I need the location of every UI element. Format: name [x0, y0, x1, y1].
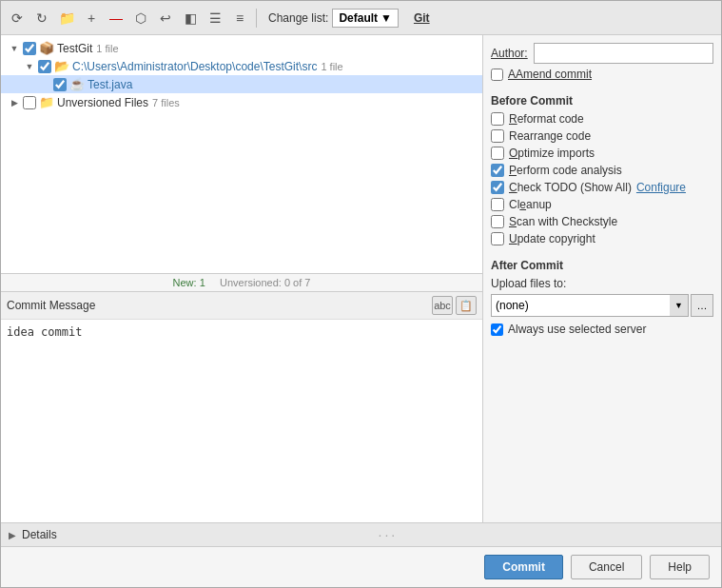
- cleanup-row: Cleanup: [491, 198, 713, 211]
- drag-handle: ···: [63, 527, 713, 542]
- amend-checkbox[interactable]: [491, 69, 503, 81]
- status-bar: New: 1 Unversioned: 0 of 7: [1, 274, 482, 292]
- author-row: Author:: [491, 43, 713, 64]
- repo-icon: 📦: [39, 41, 54, 55]
- reformat-checkbox[interactable]: [491, 112, 504, 126]
- rearrange-label: Rearrange code: [509, 129, 591, 143]
- always-use-row: Always use selected server: [491, 323, 713, 336]
- git-label: Git: [414, 11, 430, 25]
- commit-message-area: Commit Message abc 📋 idea commit: [1, 292, 482, 522]
- update-icon[interactable]: ↻: [31, 8, 52, 29]
- author-label: Author:: [491, 47, 528, 60]
- refresh-icon[interactable]: ⟳: [7, 8, 28, 29]
- commit-message-icons: abc 📋: [432, 296, 477, 315]
- dropdown-arrow-icon: ▼: [381, 11, 392, 25]
- commit-button[interactable]: Commit: [484, 555, 563, 579]
- main-content: ▼ 📦 TestGit 1 file ▼ 📂 C:\Users\Administ…: [1, 35, 721, 522]
- tree-item-src[interactable]: ▼ 📂 C:\Users\Administrator\Desktop\code\…: [1, 57, 482, 75]
- file-tree[interactable]: ▼ 📦 TestGit 1 file ▼ 📂 C:\Users\Administ…: [1, 35, 482, 274]
- move-icon[interactable]: ⬡: [130, 8, 151, 29]
- tree-expand-src[interactable]: ▼: [24, 61, 35, 72]
- bottom-bar: Commit Cancel Help: [1, 546, 721, 587]
- tree-expand-unversioned[interactable]: ▶: [9, 97, 20, 108]
- details-bar: ▶ Details ···: [1, 522, 721, 546]
- upload-browse-button[interactable]: …: [691, 294, 713, 317]
- file-count-src: 1 file: [321, 61, 342, 72]
- change-list-button[interactable]: Default ▼: [332, 9, 399, 28]
- analysis-checkbox[interactable]: [491, 164, 504, 177]
- commit-message-textarea[interactable]: idea commit: [1, 320, 482, 522]
- git-panel: Author: AAmend commit Before Commit Refo…: [483, 35, 721, 522]
- collapse-icon[interactable]: ≡: [229, 8, 250, 29]
- tree-item-unversioned[interactable]: ▶ 📁 Unversioned Files 7 files: [1, 93, 482, 111]
- copyright-label: Update copyright: [509, 232, 595, 245]
- java-file-icon: ☕: [69, 77, 85, 91]
- checkbox-testjava[interactable]: [53, 78, 67, 91]
- status-new: New: 1: [173, 277, 205, 288]
- commit-message-label: Commit Message: [7, 299, 95, 312]
- amend-row: AAmend commit: [491, 68, 713, 81]
- expand-icon[interactable]: ☰: [205, 8, 225, 29]
- left-panel: ▼ 📦 TestGit 1 file ▼ 📂 C:\Users\Administ…: [1, 35, 483, 522]
- folder-src-icon: 📂: [54, 59, 69, 73]
- upload-select-arrow[interactable]: ▼: [670, 294, 689, 317]
- checkbox-testgit[interactable]: [23, 42, 36, 55]
- analysis-row: Perform code analysis: [491, 164, 713, 177]
- author-input[interactable]: [534, 43, 713, 64]
- separator: [256, 9, 257, 28]
- tree-expand-testgit[interactable]: ▼: [9, 43, 20, 54]
- analysis-label: Perform code analysis: [509, 164, 622, 177]
- cancel-button[interactable]: Cancel: [571, 555, 642, 579]
- remove-icon[interactable]: —: [106, 8, 127, 29]
- diff-icon[interactable]: ◧: [180, 8, 201, 29]
- copyright-checkbox[interactable]: [491, 232, 504, 245]
- add-icon[interactable]: +: [81, 8, 102, 29]
- help-button[interactable]: Help: [650, 555, 710, 579]
- upload-label: Upload files to:: [491, 277, 713, 290]
- checkstyle-label: Scan with Checkstyle: [509, 215, 617, 228]
- tree-item-testjava[interactable]: ☕ Test.java: [1, 75, 482, 93]
- optimize-label: Optimize imports: [509, 147, 595, 160]
- details-label: Details: [22, 528, 57, 541]
- optimize-checkbox[interactable]: [491, 147, 504, 160]
- change-list-label: Change list:: [268, 11, 328, 25]
- upload-select[interactable]: (none): [491, 294, 670, 317]
- tree-item-testgit[interactable]: ▼ 📦 TestGit 1 file: [1, 39, 482, 57]
- amend-label: AAmend commit: [508, 68, 592, 81]
- tree-label-unversioned: Unversioned Files: [57, 96, 148, 109]
- toolbar: ⟳ ↻ 📁 + — ⬡ ↩ ◧ ☰ ≡ Change list: Default…: [1, 1, 721, 35]
- status-unversioned: Unversioned: 0 of 7: [220, 277, 310, 288]
- undo-icon[interactable]: ↩: [155, 8, 176, 29]
- commit-message-header: Commit Message abc 📋: [1, 292, 482, 320]
- tree-expand-testjava: [39, 79, 50, 90]
- checkbox-src[interactable]: [38, 60, 51, 73]
- folder-icon[interactable]: 📁: [56, 8, 77, 29]
- todo-checkbox[interactable]: [491, 181, 504, 194]
- upload-select-wrapper: (none) ▼: [491, 294, 689, 317]
- details-arrow-icon[interactable]: ▶: [9, 530, 16, 540]
- before-commit-label: Before Commit: [491, 94, 713, 108]
- copyright-row: Update copyright: [491, 232, 713, 245]
- rearrange-checkbox[interactable]: [491, 129, 504, 143]
- file-count-testgit: 1 file: [96, 43, 118, 54]
- reformat-row: Reformat code: [491, 112, 713, 126]
- spell-check-icon[interactable]: abc: [432, 296, 453, 315]
- commit-dialog: ⟳ ↻ 📁 + — ⬡ ↩ ◧ ☰ ≡ Change list: Default…: [0, 0, 722, 588]
- tree-label-src: C:\Users\Administrator\Desktop\code\Test…: [72, 60, 317, 73]
- cleanup-checkbox[interactable]: [491, 198, 504, 211]
- upload-row: (none) ▼ …: [491, 294, 713, 317]
- always-use-label: Always use selected server: [508, 323, 646, 336]
- checkstyle-row: Scan with Checkstyle: [491, 215, 713, 228]
- reformat-label: Reformat code: [509, 112, 584, 126]
- todo-label: Check TODO (Show All): [509, 181, 632, 194]
- after-commit-label: After Commit: [491, 259, 713, 272]
- configure-link[interactable]: Configure: [636, 181, 686, 194]
- rearrange-row: Rearrange code: [491, 129, 713, 143]
- checkstyle-checkbox[interactable]: [491, 215, 504, 228]
- checkbox-unversioned[interactable]: [23, 96, 36, 109]
- optimize-row: Optimize imports: [491, 147, 713, 160]
- always-use-checkbox[interactable]: [491, 323, 503, 336]
- tree-label-testgit: TestGit: [57, 42, 92, 55]
- tree-label-testjava: Test.java: [88, 78, 132, 91]
- commit-template-icon[interactable]: 📋: [456, 296, 477, 315]
